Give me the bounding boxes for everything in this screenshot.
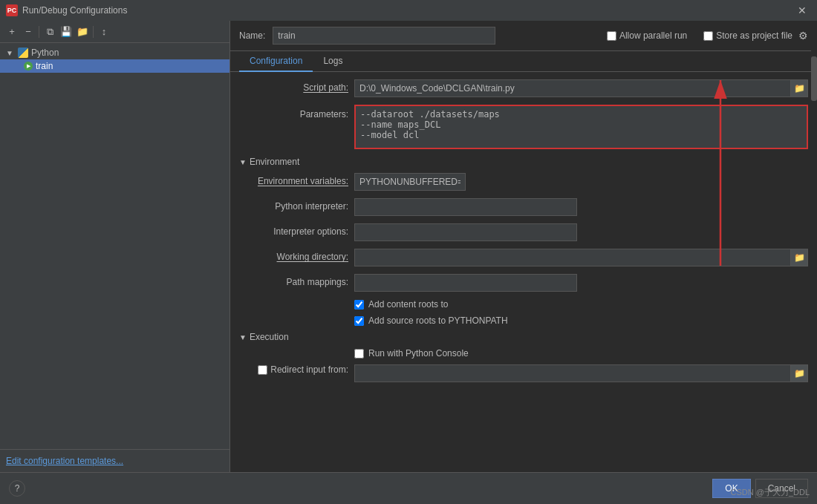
config-tree: ▼ Python ▶ train (0, 43, 230, 449)
script-path-control: 📁 (354, 79, 808, 97)
working-dir-control: 📁 (354, 249, 808, 266)
working-dir-row: Working directory: 📁 (239, 249, 808, 266)
copy-button[interactable]: ⧉ (42, 24, 57, 39)
toolbar-divider2 (93, 26, 94, 38)
run-console-label: Run with Python Console (368, 348, 469, 359)
python-interpreter-label: Python interpreter: (239, 198, 354, 212)
python-group-label: Python (31, 48, 59, 58)
execution-expand-arrow: ▼ (239, 333, 247, 341)
add-content-roots-checkbox[interactable] (354, 300, 364, 310)
run-debug-dialog: PC Run/Debug Configurations ✕ + − ⧉ 💾 📁 … (0, 0, 817, 504)
script-path-input[interactable] (354, 79, 808, 97)
path-mappings-label: Path mappings: (239, 274, 354, 287)
tabs-row: Configuration Logs (230, 51, 817, 72)
bottom-bar: ? OK Cancel (0, 472, 817, 504)
help-button[interactable]: ? (9, 480, 25, 497)
interpreter-options-control (354, 223, 808, 241)
left-panel: + − ⧉ 💾 📁 ↕ ▼ Python ▶ train (0, 21, 230, 472)
train-config-label: train (36, 61, 53, 71)
execution-section-label: Execution (250, 332, 289, 342)
env-variables-row: Environment variables: (239, 173, 808, 191)
allow-parallel-group: Allow parallel run (607, 30, 687, 41)
add-content-roots-row: Add content roots to (354, 299, 808, 310)
allow-parallel-label: Allow parallel run (619, 30, 687, 41)
sort-button[interactable]: ↕ (97, 24, 111, 39)
form-area: Script path: 📁 Parameters: --dataroot ./… (230, 72, 817, 472)
add-source-roots-checkbox[interactable] (354, 316, 364, 326)
redirect-input-folder-btn[interactable]: 📁 (790, 364, 808, 382)
remove-button[interactable]: − (21, 24, 36, 39)
parameters-row: Parameters: --dataroot ./datasets/maps -… (239, 105, 808, 149)
environment-section-label: Environment (250, 157, 299, 167)
save-button[interactable]: 💾 (59, 24, 74, 39)
run-console-row: Run with Python Console (354, 348, 808, 359)
python-interpreter-input[interactable] (354, 198, 577, 216)
toolbar-divider (39, 26, 39, 38)
title-bar-left: PC Run/Debug Configurations (6, 4, 127, 16)
tab-configuration[interactable]: Configuration (239, 51, 313, 72)
right-panel: Name: Allow parallel run Store as projec… (230, 21, 817, 472)
scrollbar-thumb[interactable] (811, 56, 817, 101)
main-content: + − ⧉ 💾 📁 ↕ ▼ Python ▶ train (0, 21, 817, 472)
python-group[interactable]: ▼ Python (0, 46, 230, 59)
python-interpreter-row: Python interpreter: (239, 198, 808, 216)
python-icon (18, 48, 28, 58)
header-row: Name: Allow parallel run Store as projec… (230, 21, 817, 51)
expand-arrow: ▼ (6, 49, 15, 57)
train-config-item[interactable]: ▶ train (0, 59, 230, 73)
parameters-control: --dataroot ./datasets/maps --name maps_D… (354, 105, 808, 149)
add-content-roots-label: Add content roots to (368, 299, 448, 310)
interpreter-options-input[interactable] (354, 223, 577, 241)
run-console-checkbox[interactable] (354, 349, 364, 359)
store-project-group: Store as project file ⚙ (703, 30, 808, 42)
add-button[interactable]: + (4, 24, 19, 39)
script-path-row: Script path: 📁 (239, 79, 808, 97)
env-expand-arrow: ▼ (239, 158, 247, 166)
redirect-input-checkbox[interactable] (258, 365, 267, 375)
add-source-roots-label: Add source roots to PYTHONPATH (368, 315, 508, 326)
redirect-input-field[interactable] (354, 364, 808, 382)
tab-logs[interactable]: Logs (313, 51, 353, 72)
environment-section-row: ▼ Environment (239, 157, 808, 167)
gear-icon[interactable]: ⚙ (798, 30, 808, 42)
working-dir-label: Working directory: (239, 249, 354, 262)
dialog-title: Run/Debug Configurations (22, 5, 127, 16)
script-path-folder-btn[interactable]: 📁 (790, 79, 808, 97)
name-input[interactable] (273, 27, 495, 45)
interpreter-options-row: Interpreter options: (239, 223, 808, 241)
working-dir-folder-btn[interactable]: 📁 (790, 249, 808, 266)
python-interpreter-control (354, 198, 808, 216)
toolbar: + − ⧉ 💾 📁 ↕ (0, 21, 230, 43)
store-project-label: Store as project file (716, 30, 792, 41)
scrollbar-track[interactable] (811, 42, 817, 472)
app-icon: PC (6, 4, 18, 16)
run-config-icon: ▶ (24, 62, 33, 71)
store-project-checkbox[interactable] (703, 31, 713, 41)
env-variables-input[interactable] (354, 173, 466, 191)
title-bar: PC Run/Debug Configurations ✕ (0, 0, 817, 21)
redirect-input-label: Redirect input from: (270, 364, 348, 375)
env-variables-label: Environment variables: (239, 173, 354, 186)
add-source-roots-row: Add source roots to PYTHONPATH (354, 315, 808, 326)
name-label: Name: (239, 30, 265, 41)
path-mappings-input[interactable] (354, 274, 577, 292)
working-dir-input[interactable] (354, 249, 808, 266)
path-mappings-row: Path mappings: (239, 274, 808, 292)
redirect-input-row: Redirect input from: 📁 (239, 364, 808, 382)
close-button[interactable]: ✕ (793, 3, 811, 18)
edit-config-link[interactable]: Edit configuration templates... (0, 449, 230, 472)
parameters-label: Parameters: (239, 105, 354, 120)
env-variables-control (354, 173, 808, 191)
redirect-input-control: 📁 (354, 364, 808, 382)
interpreter-options-label: Interpreter options: (239, 223, 354, 237)
execution-section-row: ▼ Execution (239, 332, 808, 342)
parameters-input[interactable]: --dataroot ./datasets/maps --name maps_D… (354, 105, 808, 149)
path-mappings-control (354, 274, 808, 292)
watermark: CSDN @于大力_DDL (730, 487, 810, 498)
folder-button[interactable]: 📁 (75, 24, 90, 39)
script-path-label: Script path: (239, 79, 354, 93)
allow-parallel-checkbox[interactable] (607, 31, 616, 41)
